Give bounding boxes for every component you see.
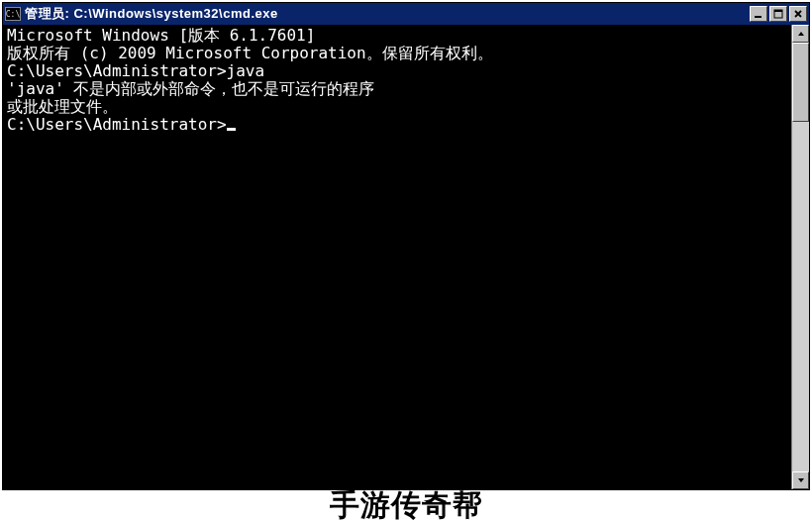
minimize-button[interactable]: [750, 6, 767, 22]
vertical-scrollbar[interactable]: [791, 25, 809, 489]
svg-rect-0: [755, 16, 761, 18]
titlebar[interactable]: C:\ 管理员: C:\Windows\system32\cmd.exe: [3, 3, 809, 25]
cursor-icon: [227, 128, 236, 131]
scroll-down-button[interactable]: [792, 471, 809, 489]
output-line: 版权所有 (c) 2009 Microsoft Corporation。保留所有…: [7, 45, 791, 62]
window-title: 管理员: C:\Windows\system32\cmd.exe: [25, 5, 750, 23]
cmd-window: C:\ 管理员: C:\Windows\system32\cmd.exe Mic…: [2, 2, 810, 490]
close-button[interactable]: [789, 6, 807, 22]
terminal-area: Microsoft Windows [版本 6.1.7601]版权所有 (c) …: [3, 25, 809, 489]
output-line: 或批处理文件。: [7, 98, 791, 116]
output-line: Microsoft Windows [版本 6.1.7601]: [7, 27, 791, 45]
maximize-button[interactable]: [769, 6, 787, 22]
terminal-output[interactable]: Microsoft Windows [版本 6.1.7601]版权所有 (c) …: [3, 25, 791, 489]
scrollbar-track[interactable]: [792, 43, 809, 471]
svg-rect-2: [774, 10, 782, 12]
output-line: 'java' 不是内部或外部命令，也不是可运行的程序: [7, 80, 791, 98]
scrollbar-thumb[interactable]: [792, 43, 809, 122]
watermark-text: 手游传奇帮: [0, 488, 812, 522]
window-controls: [750, 6, 807, 22]
output-line: C:\Users\Administrator>java: [7, 62, 791, 80]
app-icon: C:\: [5, 7, 21, 21]
prompt-line: C:\Users\Administrator>: [7, 116, 791, 134]
scroll-up-button[interactable]: [792, 25, 809, 43]
